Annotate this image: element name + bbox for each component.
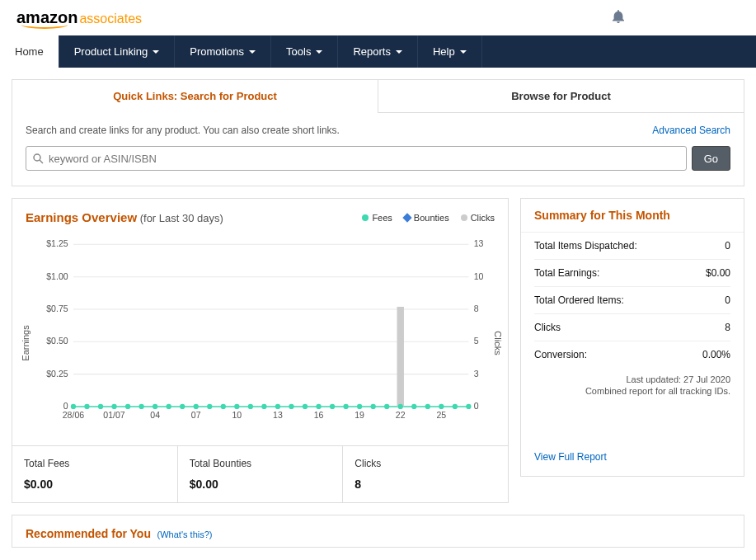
total-label: Total Bounties [190, 458, 331, 469]
nav-item-tools[interactable]: Tools [271, 35, 338, 68]
nav-item-help[interactable]: Help [418, 35, 482, 68]
svg-point-56 [411, 404, 416, 409]
summary-row: Total Items Dispatched:0 [534, 233, 730, 260]
legend-bounties-label: Bounties [414, 213, 449, 223]
svg-point-53 [371, 404, 376, 409]
total-value: $0.00 [24, 478, 166, 491]
summary-row: Clicks8 [534, 314, 730, 341]
svg-point-58 [439, 404, 444, 409]
summary-combined: Combined report for all tracking IDs. [534, 386, 730, 396]
nav-item-promotions[interactable]: Promotions [175, 35, 271, 68]
svg-point-50 [330, 404, 335, 409]
whats-this-link[interactable]: (What's this?) [157, 529, 213, 539]
earnings-title: Earnings Overview [26, 210, 137, 224]
search-icon [33, 153, 44, 164]
totals-row: Total Fees$0.00Total Bounties$0.00Clicks… [12, 445, 508, 502]
y-axis-left-label: Earnings [21, 325, 31, 360]
summary-label: Total Items Dispatched: [534, 240, 637, 252]
svg-text:01/07: 01/07 [103, 412, 125, 421]
svg-text:25: 25 [436, 412, 446, 421]
logo[interactable]: amazon associates [16, 8, 142, 27]
legend-fees-label: Fees [372, 213, 392, 223]
nav-item-reports[interactable]: Reports [338, 35, 418, 68]
svg-text:3: 3 [474, 369, 479, 379]
total-label: Total Fees [24, 458, 166, 469]
svg-text:0: 0 [63, 402, 68, 411]
svg-text:16: 16 [314, 412, 324, 421]
chevron-down-icon [460, 50, 467, 54]
svg-rect-30 [397, 307, 404, 407]
svg-point-32 [84, 404, 89, 409]
summary-value: $0.00 [706, 267, 730, 279]
total-value: $0.00 [190, 478, 331, 491]
svg-point-43 [234, 404, 239, 409]
svg-point-51 [343, 404, 348, 409]
svg-text:$0.75: $0.75 [46, 304, 68, 313]
total-value: 8 [355, 478, 496, 491]
nav-label: Help [433, 45, 455, 58]
svg-point-40 [194, 404, 199, 409]
svg-point-34 [111, 404, 116, 409]
svg-text:13: 13 [474, 240, 484, 249]
svg-point-54 [384, 404, 389, 409]
svg-text:28/06: 28/06 [63, 412, 85, 421]
svg-point-60 [466, 404, 471, 409]
svg-text:5: 5 [474, 336, 479, 346]
svg-point-59 [453, 404, 458, 409]
view-full-report-link[interactable]: View Full Report [534, 451, 607, 463]
chevron-down-icon [249, 50, 256, 54]
search-input[interactable] [44, 153, 679, 165]
total-label: Clicks [355, 458, 496, 469]
summary-row: Total Ordered Items:0 [534, 287, 730, 314]
svg-point-33 [98, 404, 103, 409]
tab-search-product[interactable]: Quick Links: Search for Product [12, 80, 378, 113]
summary-value: 8 [725, 322, 730, 333]
svg-point-47 [289, 404, 293, 409]
earnings-overview-card: Earnings Overview (for Last 30 days) Fee… [12, 198, 509, 503]
legend-clicks-icon [461, 214, 467, 221]
nav-label: Promotions [190, 45, 244, 58]
svg-point-35 [125, 404, 130, 409]
summary-label: Total Ordered Items: [534, 294, 624, 306]
chart-legend: Fees Bounties Clicks [362, 213, 495, 223]
svg-text:$0.25: $0.25 [46, 369, 68, 379]
summary-label: Clicks [534, 322, 561, 333]
notification-bell-icon[interactable] [613, 10, 740, 26]
svg-point-42 [221, 404, 226, 409]
recommended-title: Recommended for You [26, 527, 151, 540]
logo-suffix: associates [79, 12, 142, 26]
svg-point-52 [357, 404, 362, 409]
legend-bounties-icon [402, 213, 411, 222]
summary-label: Conversion: [534, 349, 587, 360]
go-button[interactable]: Go [692, 146, 730, 171]
svg-point-39 [180, 404, 185, 409]
svg-point-57 [425, 404, 430, 409]
nav-item-home[interactable]: Home [0, 35, 59, 68]
tab-browse-product[interactable]: Browse for Product [378, 80, 744, 113]
svg-text:10: 10 [232, 412, 242, 421]
total-cell: Total Fees$0.00 [12, 446, 178, 502]
total-cell: Total Bounties$0.00 [178, 446, 344, 502]
svg-point-44 [248, 404, 253, 409]
main-nav: HomeProduct LinkingPromotionsToolsReport… [0, 35, 756, 68]
search-box[interactable] [26, 146, 687, 171]
svg-point-37 [153, 404, 157, 409]
nav-item-product-linking[interactable]: Product Linking [59, 35, 176, 68]
earnings-subtitle: (for Last 30 days) [140, 212, 223, 224]
svg-point-45 [261, 404, 266, 409]
nav-label: Product Linking [74, 45, 148, 58]
summary-updated: Last updated: 27 Jul 2020 [534, 374, 730, 384]
svg-text:22: 22 [396, 412, 406, 421]
quick-links-card: Quick Links: Search for Product Browse f… [12, 79, 744, 186]
nav-label: Reports [353, 45, 391, 58]
svg-text:07: 07 [191, 412, 201, 421]
summary-card: Summary for This Month Total Items Dispa… [520, 198, 744, 477]
logo-brand: amazon [16, 8, 77, 27]
top-header: amazon associates [0, 0, 756, 35]
svg-text:8: 8 [474, 304, 479, 313]
advanced-search-link[interactable]: Advanced Search [652, 125, 730, 136]
svg-text:19: 19 [355, 412, 364, 421]
summary-row: Total Earnings:$0.00 [534, 260, 730, 287]
search-description: Search and create links for any product.… [26, 125, 340, 136]
svg-text:10: 10 [474, 272, 484, 281]
